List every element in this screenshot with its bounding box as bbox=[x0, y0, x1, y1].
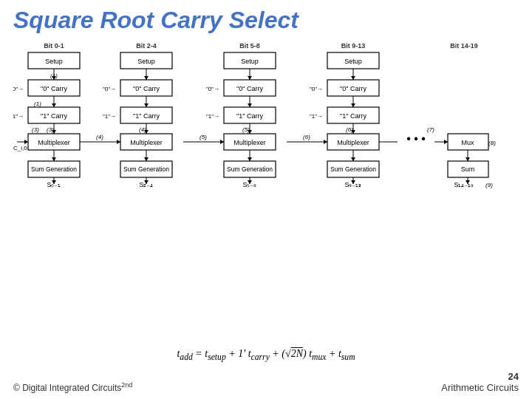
svg-text:(8): (8) bbox=[488, 140, 496, 146]
footer: © Digital Integrated Circuits2nd 24 Arit… bbox=[13, 371, 519, 393]
svg-text:"0"→: "0"→ bbox=[13, 86, 24, 92]
svg-marker-79 bbox=[248, 103, 252, 107]
diagram-area: Bit 0-1 Bit 2-4 Bit 5-8 Bit 9-13 Bit 14-… bbox=[13, 39, 519, 293]
svg-marker-26 bbox=[52, 103, 56, 107]
page-number: 24 bbox=[441, 371, 519, 382]
formula-text: tadd = tsetup + 1' tcarry + (√2N) tmux +… bbox=[177, 348, 355, 359]
svg-marker-104 bbox=[351, 76, 355, 80]
svg-text:Bit 2-4: Bit 2-4 bbox=[136, 42, 157, 50]
svg-text:S₁₄₋₁₉: S₁₄₋₁₉ bbox=[454, 181, 474, 188]
svg-text:Bit 5-8: Bit 5-8 bbox=[239, 42, 260, 50]
formula-area: tadd = tsetup + 1' tcarry + (√2N) tmux +… bbox=[13, 347, 519, 362]
svg-text:Setup: Setup bbox=[137, 58, 155, 65]
svg-text:Sum Generation: Sum Generation bbox=[227, 166, 273, 173]
svg-text:"0" Carry: "0" Carry bbox=[236, 85, 263, 92]
footer-right: 24 Arithmetic Circuits bbox=[441, 371, 519, 393]
svg-text:"0"→: "0"→ bbox=[103, 86, 116, 92]
svg-text:(6): (6) bbox=[303, 134, 310, 140]
svg-text:Multiplexer: Multiplexer bbox=[38, 139, 70, 146]
svg-marker-30 bbox=[52, 157, 56, 161]
svg-text:(5): (5) bbox=[200, 134, 207, 140]
svg-text:Bit 0-1: Bit 0-1 bbox=[44, 42, 64, 50]
svg-text:(1): (1) bbox=[34, 100, 41, 107]
svg-marker-126 bbox=[466, 157, 470, 161]
svg-marker-83 bbox=[248, 157, 252, 161]
svg-marker-110 bbox=[351, 157, 355, 161]
page: Square Root Carry Select Bit 0-1 Bit 2-4… bbox=[0, 0, 532, 399]
svg-text:Sum Generation: Sum Generation bbox=[31, 166, 77, 173]
svg-text:"1" Carry: "1" Carry bbox=[133, 112, 160, 120]
svg-text:"1" Carry: "1" Carry bbox=[236, 112, 263, 120]
svg-marker-50 bbox=[144, 76, 149, 80]
svg-marker-131 bbox=[444, 140, 448, 144]
svg-text:• • •: • • • bbox=[406, 132, 426, 145]
svg-text:"1"→: "1"→ bbox=[13, 113, 24, 120]
svg-text:Multiplexer: Multiplexer bbox=[337, 139, 369, 146]
svg-text:Sum Generation: Sum Generation bbox=[123, 166, 169, 173]
svg-text:C_i,0: C_i,0 bbox=[13, 145, 27, 151]
svg-marker-87 bbox=[220, 140, 224, 144]
footer-copyright: © Digital Integrated Circuits2nd bbox=[13, 381, 132, 393]
svg-marker-77 bbox=[248, 76, 252, 80]
footer-subtitle: Arithmetic Circuits bbox=[441, 382, 519, 393]
svg-text:"0"→: "0"→ bbox=[206, 86, 219, 92]
svg-text:Multiplexer: Multiplexer bbox=[233, 139, 266, 146]
svg-text:Bit 14-19: Bit 14-19 bbox=[450, 42, 478, 50]
svg-text:"1"→: "1"→ bbox=[103, 113, 116, 120]
svg-text:(7): (7) bbox=[427, 126, 434, 133]
svg-text:Mux: Mux bbox=[461, 139, 474, 146]
page-title: Square Root Carry Select bbox=[13, 7, 519, 33]
svg-text:"1" Carry: "1" Carry bbox=[340, 112, 366, 120]
svg-text:Setup: Setup bbox=[241, 58, 259, 65]
svg-text:Setup: Setup bbox=[344, 58, 362, 65]
svg-text:"1"→: "1"→ bbox=[310, 113, 323, 120]
svg-text:"1" Carry: "1" Carry bbox=[41, 112, 67, 120]
svg-marker-34 bbox=[24, 140, 28, 144]
svg-text:Bit 9-13: Bit 9-13 bbox=[341, 42, 366, 50]
svg-marker-114 bbox=[324, 140, 327, 144]
svg-text:"0" Carry: "0" Carry bbox=[41, 85, 67, 92]
svg-text:(4): (4) bbox=[96, 134, 103, 140]
svg-text:"0" Carry: "0" Carry bbox=[340, 85, 366, 92]
svg-text:"0" Carry: "0" Carry bbox=[133, 85, 160, 92]
svg-text:Sum Generation: Sum Generation bbox=[330, 166, 376, 173]
svg-marker-56 bbox=[144, 157, 149, 161]
svg-text:Sum: Sum bbox=[461, 166, 475, 173]
svg-marker-106 bbox=[351, 103, 355, 107]
svg-text:"1"→: "1"→ bbox=[206, 113, 219, 120]
svg-text:"0"→: "0"→ bbox=[310, 86, 323, 92]
svg-text:(3): (3) bbox=[32, 126, 39, 133]
svg-marker-60 bbox=[117, 140, 120, 144]
svg-text:Multiplexer: Multiplexer bbox=[130, 139, 163, 146]
svg-text:(9): (9) bbox=[485, 182, 493, 188]
block-diagram: Bit 0-1 Bit 2-4 Bit 5-8 Bit 9-13 Bit 14-… bbox=[13, 39, 519, 290]
svg-text:Setup: Setup bbox=[45, 58, 63, 65]
svg-marker-52 bbox=[144, 103, 149, 107]
